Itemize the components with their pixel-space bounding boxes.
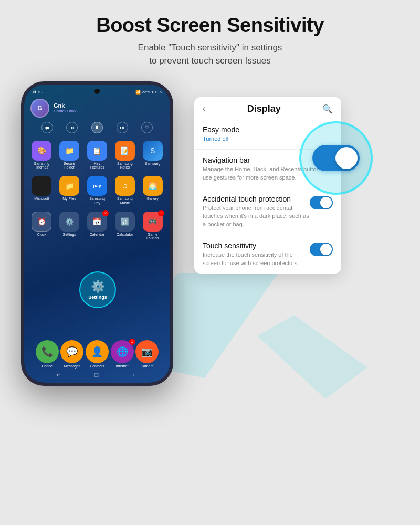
accidental-touch-toggle-knob (320, 197, 332, 208)
panel-title: Display (247, 103, 281, 114)
page-title: Boost Screen Sensitivity (32, 15, 388, 37)
prev-btn[interactable]: ⏮ (66, 122, 78, 133)
dock-messages[interactable]: 💬 Messages (60, 340, 83, 368)
app-key-features[interactable]: 📋 KeyFeatures (85, 141, 110, 170)
app-calculator[interactable]: 🔢 Calculator (112, 212, 137, 240)
shuffle-btn[interactable]: ⇄ (41, 122, 53, 133)
panel-header: ‹ Display 🔍 (194, 97, 341, 119)
profile-section: G Gnk Daniel Onyx (24, 97, 170, 120)
app-grid-row3: ⏰ Clock ⚙️ Settings 📅 2 Calendar (24, 208, 170, 244)
app-dock: 📞 Phone 💬 Messages 👤 Contacts 🌐 (24, 340, 170, 368)
app-secure-folder[interactable]: 📁 SecureFolder (57, 141, 82, 170)
phone-screen: 🖼 ♫ ⑂ ··· 📶 22% 10:35 G Gnk Daniel Onyx … (24, 85, 170, 383)
play-pause-btn[interactable]: ⏸ (91, 122, 103, 133)
settings-highlight-icon: ⚙️ (91, 280, 105, 293)
dock-internet[interactable]: 🌐 1 Internet (111, 340, 134, 368)
heart-btn[interactable]: ♡ (141, 122, 153, 133)
app-samsung-themes[interactable]: 🎨 SamsungThemes (29, 141, 54, 170)
status-right: 📶 22% 10:35 (135, 88, 162, 94)
accidental-touch-title: Accidental touch protection (203, 195, 310, 203)
app-calendar[interactable]: 📅 2 Calendar (85, 212, 110, 240)
nav-home[interactable]: □ (94, 371, 98, 379)
app-grid-row1: 🎨 SamsungThemes 📁 SecureFolder 📋 KeyFeat… (24, 138, 170, 173)
media-controls: ⇄ ⏮ ⏸ ⏭ ♡ (24, 120, 170, 135)
app-microsoft[interactable]: Microsoft (29, 176, 54, 205)
settings-highlight-label: Settings (88, 295, 107, 300)
nav-recent[interactable]: ↵ (56, 371, 61, 379)
content-area: 🖼 ♫ ⑂ ··· 📶 22% 10:35 G Gnk Daniel Onyx … (0, 76, 420, 386)
touch-sensitivity-subtitle: Increase the touch sensitivity of the sc… (203, 251, 310, 267)
panel-search-button[interactable]: 🔍 (322, 104, 333, 114)
touch-sensitivity-toggle[interactable] (310, 243, 333, 256)
settings-panel-container: ‹ Display 🔍 Easy mode Turned off Navigat… (194, 81, 404, 274)
app-settings[interactable]: ⚙️ Settings (57, 212, 82, 240)
big-toggle-highlight (299, 121, 373, 195)
app-samsung-notes[interactable]: 📝 SamsungNotes (112, 141, 137, 170)
dock-camera[interactable]: 📷 Camera (135, 340, 159, 368)
next-btn[interactable]: ⏭ (117, 122, 128, 133)
page-header: Boost Screen Sensitivity Enable "Touch s… (0, 0, 420, 76)
phone-mockup: 🖼 ♫ ⑂ ··· 📶 22% 10:35 G Gnk Daniel Onyx … (16, 81, 178, 386)
page-subtitle: Enable "Touch sensitivity" in settingsto… (32, 41, 388, 68)
nav-back[interactable]: ← (132, 371, 138, 379)
app-my-files[interactable]: 📁 My Files (57, 176, 82, 205)
status-left: 🖼 ♫ ⑂ ··· (33, 88, 47, 94)
dock-phone[interactable]: 📞 Phone (36, 340, 59, 368)
panel-item-touch-sensitivity[interactable]: Touch sensitivity Increase the touch sen… (194, 235, 341, 274)
profile-subtitle: Daniel Onyx (54, 109, 77, 113)
phone-body: 🖼 ♫ ⑂ ··· 📶 22% 10:35 G Gnk Daniel Onyx … (21, 81, 173, 386)
settings-highlight-circle: ⚙️ Settings (79, 271, 116, 308)
avatar: G (30, 99, 49, 118)
accidental-touch-toggle[interactable] (310, 196, 333, 209)
profile-info: Gnk Daniel Onyx (54, 102, 77, 113)
dock-contacts[interactable]: 👤 Contacts (86, 340, 109, 368)
app-game-launch[interactable]: 🎮 1 GameLaunch (140, 212, 165, 240)
app-gallery[interactable]: 🌅 Gallery (140, 176, 165, 205)
profile-name: Gnk (54, 102, 77, 109)
panel-back-button[interactable]: ‹ (203, 104, 205, 113)
app-samsung-pay[interactable]: pay SamsungPay (85, 176, 110, 205)
touch-sensitivity-title: Touch sensitivity (203, 242, 310, 250)
nav-bar: ↵ □ ← (24, 371, 170, 379)
big-toggle-knob (335, 147, 358, 169)
big-toggle (312, 145, 360, 171)
accidental-touch-subtitle: Protect your phone from accidental touch… (203, 204, 310, 228)
app-clock[interactable]: ⏰ Clock (29, 212, 54, 240)
touch-sensitivity-toggle-knob (320, 244, 332, 255)
app-grid-row2: Microsoft 📁 My Files pay SamsungPay ♫ Sa… (24, 173, 170, 208)
panel-item-accidental-touch[interactable]: Accidental touch protection Protect your… (194, 188, 341, 235)
camera-notch (94, 89, 100, 94)
app-samsung[interactable]: S Samsung (140, 141, 165, 170)
app-samsung-music[interactable]: ♫ SamsungMusic (112, 176, 137, 205)
